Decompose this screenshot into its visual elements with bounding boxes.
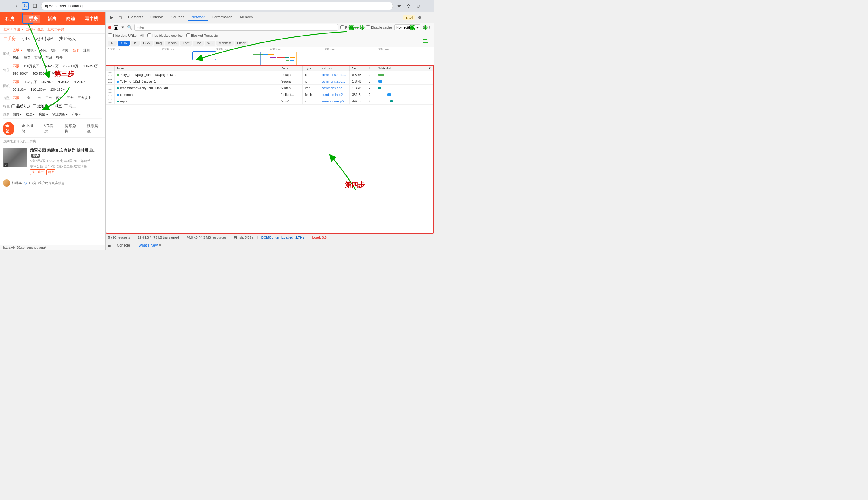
area-90-110[interactable]: 90-110㎡ — [11, 87, 27, 92]
blocked-requests-checkbox[interactable] — [186, 33, 190, 37]
tab-performance[interactable]: Performance — [209, 14, 236, 21]
tab-elements[interactable]: Elements — [125, 14, 146, 21]
type-font[interactable]: Font — [180, 41, 192, 46]
back-button[interactable]: ← — [2, 2, 10, 10]
region-changping[interactable]: 昌平 — [71, 47, 80, 53]
more-tabs-button[interactable]: » — [257, 14, 262, 21]
record-button[interactable] — [108, 26, 111, 29]
type-css[interactable]: CSS — [141, 41, 152, 46]
reload-button[interactable]: ↻ — [22, 2, 29, 10]
feature-man2[interactable]: 满二 — [64, 104, 76, 109]
type-xhr[interactable]: XHR — [118, 41, 129, 46]
nav-item-office[interactable]: 写字楼 — [82, 15, 101, 23]
tab-all[interactable]: 全部 — [3, 122, 14, 135]
region-dongcheng[interactable]: 东城 — [44, 55, 53, 60]
more-direction[interactable]: 朝向 — [11, 112, 23, 117]
sub-nav-community[interactable]: 小区 — [22, 36, 30, 42]
area-unlimited[interactable]: 不限 — [11, 79, 21, 85]
hide-data-urls-label[interactable]: Hide data URLs — [108, 33, 137, 37]
device-toolbar-button[interactable]: ◻ — [117, 14, 124, 21]
type-ws[interactable]: WS — [205, 41, 215, 46]
type-doc[interactable]: Doc — [193, 41, 204, 46]
region-unlimited[interactable]: 不限 — [39, 47, 48, 53]
area-60[interactable]: 60㎡以下 — [22, 79, 38, 85]
type-5plus[interactable]: 五室以上 — [77, 95, 92, 101]
settings-button[interactable]: ⚙ — [416, 14, 423, 21]
table-row[interactable]: common /collect... fetch bundle.min.js2 … — [106, 91, 434, 98]
hide-data-urls-checkbox[interactable] — [108, 33, 112, 37]
address-bar[interactable]: bj.58.com/ershoufang/ — [41, 2, 393, 10]
type-media[interactable]: Media — [165, 41, 179, 46]
price-500[interactable]: 500-6 — [51, 71, 62, 77]
home-button[interactable]: ☐ — [31, 2, 38, 10]
region-tongzhou[interactable]: 通州 — [82, 47, 91, 53]
nav-item-secondhand[interactable]: 二手房 — [22, 15, 40, 23]
price-unlimited[interactable]: 不限 — [11, 63, 21, 69]
type-other[interactable]: Other — [235, 41, 248, 46]
type-1[interactable]: 一室 — [22, 95, 31, 101]
preserve-log-label[interactable]: Preserve log — [340, 25, 364, 29]
filter-icon[interactable]: ▼ — [121, 25, 125, 30]
more-rights[interactable]: 产权 — [70, 112, 82, 117]
tab-sources[interactable]: Sources — [168, 14, 187, 21]
import-icon[interactable]: ⇧ — [423, 25, 426, 30]
area-70-80[interactable]: 70-80㎡ — [56, 79, 70, 85]
sub-nav-agent[interactable]: 找经纪人 — [59, 36, 76, 42]
menu-button[interactable]: ⋮ — [424, 2, 432, 10]
type-2[interactable]: 二室 — [33, 95, 42, 101]
forward-button[interactable]: → — [12, 2, 19, 10]
sub-nav-secondhand[interactable]: 二手房 — [3, 36, 16, 42]
disable-cache-checkbox[interactable] — [366, 25, 370, 29]
table-row[interactable]: ?city_id=1&page_size=10&page=1&... /es/a… — [106, 71, 434, 78]
area-110-130[interactable]: 110-130㎡ — [29, 87, 47, 92]
preserve-log-checkbox[interactable] — [340, 25, 344, 29]
nav-item-new[interactable]: 新房 — [45, 15, 59, 23]
sort-waterfall-icon[interactable]: ▼ — [428, 66, 431, 70]
throttle-select[interactable]: No throttling — [394, 24, 420, 31]
region-xicheng[interactable]: 西城 — [33, 55, 42, 60]
region-fangshan[interactable]: 房山 — [11, 55, 21, 60]
disable-cache-label[interactable]: Disable cache — [366, 25, 392, 29]
type-4[interactable]: 四室 — [55, 95, 64, 101]
export-icon[interactable]: ⇩ — [428, 25, 432, 30]
price-150[interactable]: 150万以下 — [22, 63, 40, 69]
tab-console[interactable]: Console — [147, 14, 167, 21]
area-60-70[interactable]: 60-70㎡ — [40, 79, 54, 85]
feature-metro[interactable]: 近地铁 — [33, 104, 48, 109]
price-150-250[interactable]: 150-250万 — [42, 63, 60, 69]
feature-man5[interactable]: 满五 — [50, 104, 62, 109]
more-property-type[interactable]: 物业类型 — [51, 112, 69, 117]
bottom-tab-whatsnew[interactable]: What's New ✕ — [136, 242, 164, 249]
nav-item-rent[interactable]: 租房 — [3, 15, 17, 23]
console-drawer-icon[interactable]: ■ — [108, 243, 111, 248]
table-row[interactable]: report /ap/v1... xhr teemo_core.js2... 4… — [106, 98, 434, 105]
nav-item-shop[interactable]: 商铺 — [64, 15, 78, 23]
sub-nav-map[interactable]: 地图找房 — [36, 36, 53, 42]
warning-badge[interactable]: ▲ 14 — [403, 15, 415, 20]
area-80-90[interactable]: 80-90㎡ — [72, 79, 87, 85]
table-row[interactable]: ?city_id=1&id=1&type=1 /es/aja... xhr co… — [106, 78, 434, 85]
region-haidian[interactable]: 海淀 — [60, 47, 70, 53]
tab-memory[interactable]: Memory — [237, 14, 256, 21]
profile-button[interactable]: ☺ — [415, 2, 422, 10]
bottom-tab-console[interactable]: Console — [114, 242, 132, 249]
type-img[interactable]: Img — [154, 41, 164, 46]
price-250-300[interactable]: 250-300万 — [62, 63, 80, 69]
has-blocked-cookies-checkbox[interactable] — [147, 33, 151, 37]
table-row[interactable]: recommend?&city_id=1®ion_id=... /xinfan.… — [106, 85, 434, 91]
has-blocked-cookies-label[interactable]: Has blocked cookies — [147, 33, 183, 37]
property-image[interactable]: ⊙ — [3, 148, 27, 167]
close-whatsnew-button[interactable]: ✕ — [159, 243, 161, 248]
type-unlimited[interactable]: 不限 — [11, 95, 21, 101]
region-chaoyang[interactable]: 朝阳 — [50, 47, 59, 53]
area-130-160[interactable]: 130-160㎡ — [49, 87, 67, 92]
region-active[interactable]: 区域 — [11, 47, 24, 53]
blocked-requests-label[interactable]: Blocked Requests — [186, 33, 218, 37]
type-5[interactable]: 五室 — [66, 95, 75, 101]
extensions-button[interactable]: ⛭ — [405, 2, 412, 10]
tab-enterprise[interactable]: 企业担保 — [19, 122, 37, 135]
stop-recording-button[interactable]: ■ — [114, 25, 118, 30]
tab-urgent[interactable]: 房东急售 — [62, 122, 80, 135]
price-400-500[interactable]: 400-500万 — [31, 71, 49, 77]
filter-input[interactable] — [134, 24, 338, 31]
